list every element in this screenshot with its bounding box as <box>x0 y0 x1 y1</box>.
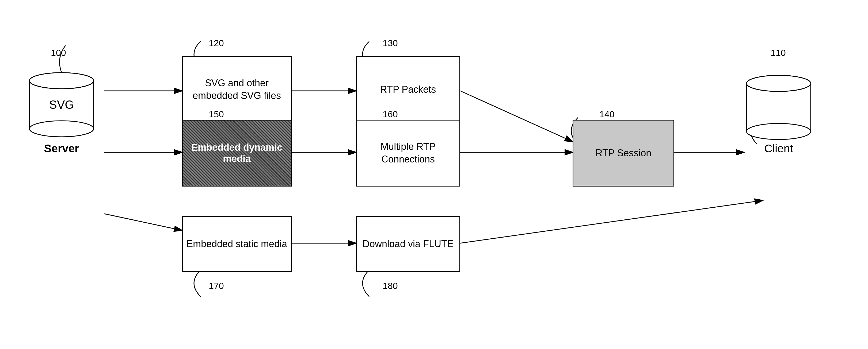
svg-files-label: SVG and other embedded SVG files <box>185 77 288 102</box>
embedded-dynamic-box: Embedded dynamic media <box>182 120 292 186</box>
rtp-session-label: RTP Session <box>596 147 652 159</box>
download-flute-box: Download via FLUTE <box>356 216 460 272</box>
download-flute-label: Download via FLUTE <box>363 238 454 250</box>
ref-120: 120 <box>209 38 224 48</box>
svg-text:SVG: SVG <box>49 98 74 111</box>
rtp-packets-label: RTP Packets <box>380 83 436 96</box>
ref-170: 170 <box>209 281 224 291</box>
svg-point-20 <box>746 124 811 139</box>
ref-110: 110 <box>771 47 786 58</box>
rtp-packets-box: RTP Packets <box>356 56 460 123</box>
svg-files-box: SVG and other embedded SVG files <box>182 56 292 123</box>
client-label: Client <box>764 142 793 155</box>
server-label: Server <box>44 142 79 155</box>
ref-140: 140 <box>599 109 615 119</box>
svg-line-8 <box>460 91 572 142</box>
diagram-container: SVG Server 100 SVG and other embedded SV… <box>0 0 868 349</box>
svg-line-4 <box>104 214 182 230</box>
svg-line-10 <box>460 201 763 243</box>
ref-130: 130 <box>383 38 398 48</box>
ref-150: 150 <box>209 109 224 119</box>
server-cylinder-svg: SVG <box>27 65 96 139</box>
client-cylinder-svg <box>744 67 813 142</box>
svg-point-14 <box>29 121 94 137</box>
multiple-rtp-box: Multiple RTP Connections <box>356 120 460 186</box>
ref-180: 180 <box>383 281 398 291</box>
client-node: Client <box>744 54 813 155</box>
multiple-rtp-label: Multiple RTP Connections <box>359 141 457 166</box>
embedded-static-box: Embedded static media <box>182 216 292 272</box>
server-node: SVG Server <box>27 54 96 155</box>
embedded-static-label: Embedded static media <box>186 238 287 250</box>
rtp-session-box: RTP Session <box>572 120 674 186</box>
ref-100: 100 <box>51 47 66 58</box>
embedded-dynamic-label: Embedded dynamic media <box>185 142 288 164</box>
ref-160: 160 <box>383 109 398 119</box>
